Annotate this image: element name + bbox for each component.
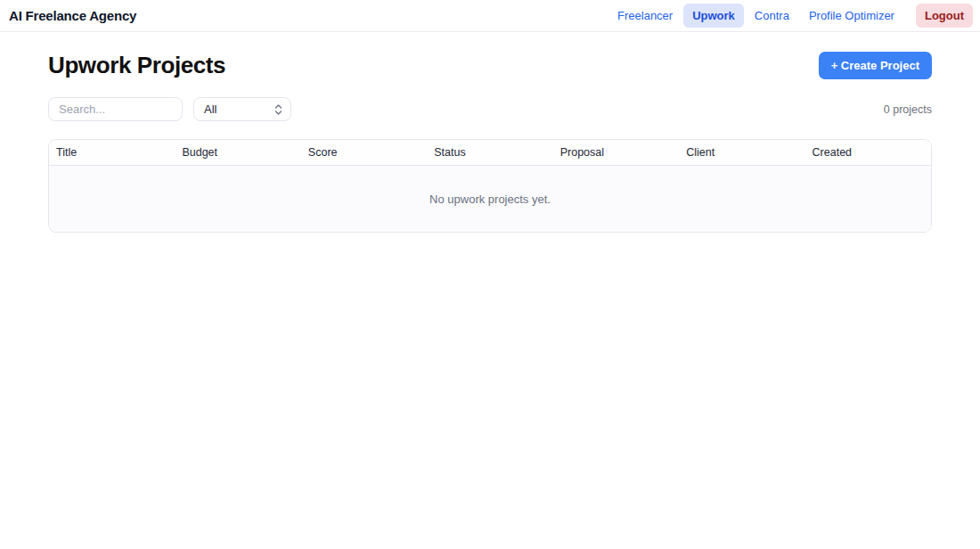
empty-state-message: No upwork projects yet. [49,166,931,232]
top-nav: AI Freelance Agency Freelancer Upwork Co… [0,0,980,32]
column-header-title: Title [49,140,175,165]
nav-item-contra[interactable]: Contra [746,4,798,28]
nav-item-profile-optimizer[interactable]: Profile Optimizer [800,4,903,28]
projects-table: Title Budget Score Status Proposal Clien… [48,139,932,233]
chevron-up-down-icon [274,103,282,116]
page-title: Upwork Projects [48,52,225,79]
column-header-status: Status [427,140,552,165]
nav-item-upwork[interactable]: Upwork [683,4,744,28]
table-header-row: Title Budget Score Status Proposal Clien… [49,140,931,166]
brand-title: AI Freelance Agency [9,8,136,23]
nav-links: Freelancer Upwork Contra Profile Optimiz… [608,4,973,28]
projects-count: 0 projects [884,103,932,116]
search-input[interactable] [48,97,183,121]
create-project-button[interactable]: + Create Project [819,52,932,79]
title-row: Upwork Projects + Create Project [48,52,932,79]
main-content: Upwork Projects + Create Project All 0 p… [48,32,932,233]
column-header-budget: Budget [175,140,300,165]
column-header-created: Created [805,140,931,165]
column-header-proposal: Proposal [553,140,679,165]
filters-row: All 0 projects [48,97,932,121]
status-filter-select[interactable]: All [193,97,291,121]
logout-button[interactable]: Logout [916,4,973,28]
status-filter-value: All [204,102,216,116]
nav-item-freelancer[interactable]: Freelancer [608,4,682,28]
column-header-score: Score [301,140,427,165]
column-header-client: Client [679,140,804,165]
